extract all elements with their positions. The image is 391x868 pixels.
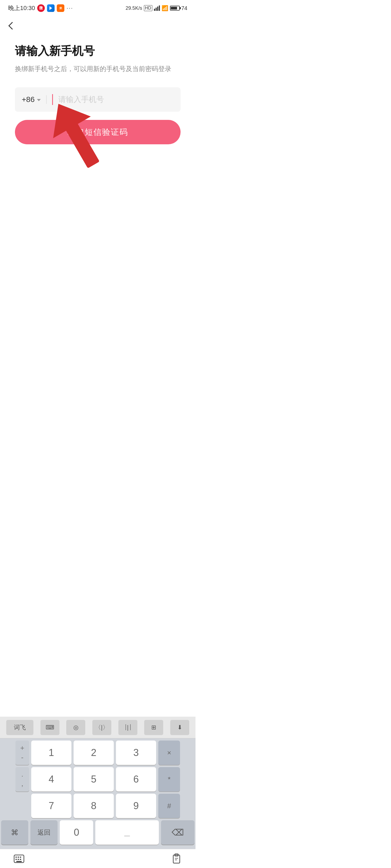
network-speed: 29.5K/s [126, 5, 142, 11]
status-bar: 晚上10:30 微 米 ··· 29.5K/s HD 📶 74 [0, 0, 196, 16]
phone-input-container: +86 [15, 87, 180, 112]
input-divider [52, 94, 53, 105]
battery-icon [170, 6, 180, 10]
battery-level: 74 [181, 5, 187, 11]
hd-badge: HD [144, 5, 152, 11]
page-subtitle: 换绑新手机号之后，可以用新的手机号及当前密码登录 [15, 64, 180, 74]
country-code-selector[interactable]: +86 [22, 95, 47, 104]
mi-icon: 米 [57, 4, 64, 12]
page-title: 请输入新手机号 [15, 43, 180, 59]
back-button[interactable] [5, 19, 19, 33]
signal-icon [154, 5, 160, 11]
main-content: 请输入新手机号 换绑新手机号之后，可以用新的手机号及当前密码登录 +86 获取短… [0, 35, 196, 152]
phone-number-input[interactable] [58, 95, 174, 104]
country-code-value: +86 [22, 95, 35, 104]
status-time: 晚上10:30 微 米 ··· [8, 4, 73, 12]
chevron-down-icon [37, 99, 41, 101]
weibo-icon: 微 [37, 4, 45, 12]
get-sms-code-button[interactable]: 获取短信验证码 [15, 120, 180, 144]
back-chevron-icon [8, 22, 16, 30]
youku-icon [47, 4, 55, 12]
more-icon: ··· [66, 5, 73, 12]
wifi-icon: 📶 [162, 5, 168, 11]
header [0, 16, 196, 35]
sms-button-label: 获取短信验证码 [67, 127, 128, 136]
status-icons: 29.5K/s HD 📶 74 [126, 5, 187, 11]
